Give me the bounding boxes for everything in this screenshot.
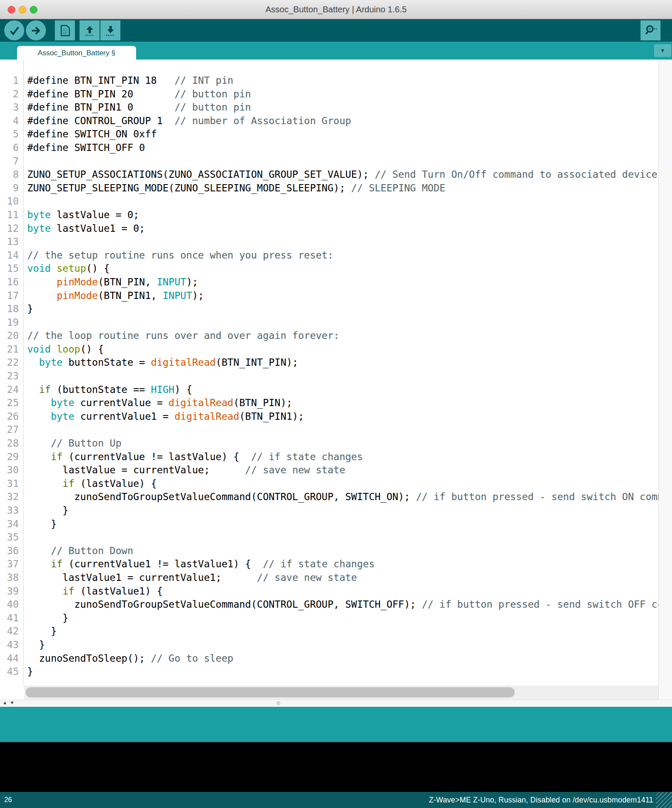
code-text: void setup() { <box>27 262 110 276</box>
code-line: 37 if (currentValue1 != lastValue1) { //… <box>0 558 658 571</box>
code-text: byte currentValue = digitalRead(BTN_PIN)… <box>27 396 292 410</box>
code-text: if (buttonState == HIGH) { <box>27 383 192 397</box>
scroll-arrow-buttons[interactable]: ▲▼ <box>3 700 17 705</box>
vertical-scrollbar[interactable] <box>658 60 672 700</box>
code-line: 20// the loop routine runs over and over… <box>0 329 658 343</box>
line-number: 40 <box>0 598 19 612</box>
line-number: 41 <box>0 612 19 625</box>
scroll-up-icon[interactable]: ▲ <box>3 700 10 705</box>
line-number: 43 <box>0 638 19 652</box>
line-number: 45 <box>0 665 19 679</box>
code-text: #define CONTROL_GROUP 1 // number of Ass… <box>27 114 351 128</box>
code-line: 36 // Button Down <box>0 544 658 558</box>
horizontal-scrollbar[interactable] <box>24 686 658 700</box>
code-text: ZUNO_SETUP_ASSOCIATIONS(ZUNO_ASSOCIATION… <box>27 168 658 182</box>
line-number: 20 <box>0 329 19 343</box>
code-text: } <box>27 625 57 638</box>
code-line: 2#define BTN_PIN 20 // button pin <box>0 88 658 101</box>
code-editor[interactable]: 1#define BTN_INT_PIN 18 // INT pin2#defi… <box>0 60 658 686</box>
code-text: } <box>27 504 68 518</box>
line-number: 15 <box>0 262 19 276</box>
line-number: 30 <box>0 464 19 477</box>
code-line: 1#define BTN_INT_PIN 18 // INT pin <box>0 74 658 88</box>
line-number: 12 <box>0 222 19 236</box>
code-line: 18} <box>0 302 658 316</box>
line-number: 13 <box>0 235 19 249</box>
code-text: } <box>27 665 33 679</box>
code-text: } <box>27 612 68 625</box>
code-text: // Button Down <box>27 544 133 558</box>
board-port-info: Z-Wave>ME Z-Uno, Russian, Disabled on /d… <box>429 792 653 808</box>
line-number: 9 <box>0 182 19 195</box>
code-text: if (lastValue) { <box>27 477 157 491</box>
code-text: byte currentValue1 = digitalRead(BTN_PIN… <box>27 410 304 424</box>
code-line: 8ZUNO_SETUP_ASSOCIATIONS(ZUNO_ASSOCIATIO… <box>0 168 658 182</box>
code-line: 26 byte currentValue1 = digitalRead(BTN_… <box>0 410 658 424</box>
line-number: 29 <box>0 450 19 464</box>
code-line: 39 if (lastValue1) { <box>0 585 658 598</box>
code-text: pinMode(BTN_PIN1, INPUT); <box>27 289 204 303</box>
code-line: 9ZUNO_SETUP_SLEEPING_MODE(ZUNO_SLEEPING_… <box>0 182 658 195</box>
tab-dropdown-button[interactable]: ▼ <box>654 44 671 57</box>
line-number: 35 <box>0 531 19 544</box>
code-line: 42 } <box>0 625 658 638</box>
code-text: #define BTN_PIN 20 // button pin <box>27 88 251 101</box>
horizontal-scrollbar-thumb[interactable] <box>26 687 515 697</box>
code-text: #define SWITCH_ON 0xff <box>27 128 157 141</box>
code-line: 38 lastValue1 = currentValue1; // save n… <box>0 571 658 585</box>
save-button[interactable] <box>100 20 120 40</box>
new-sketch-button[interactable] <box>55 20 75 40</box>
scroll-down-icon[interactable]: ▼ <box>10 700 17 705</box>
cursor-line-indicator: 26 <box>4 792 12 808</box>
line-number: 14 <box>0 249 19 262</box>
resize-grip-icon[interactable] <box>656 792 672 808</box>
line-number: 28 <box>0 437 19 450</box>
code-line: 6#define SWITCH_OFF 0 <box>0 141 658 155</box>
line-number: 7 <box>0 155 19 168</box>
open-button[interactable] <box>80 20 100 40</box>
code-line: 23 <box>0 370 658 383</box>
chevron-down-icon: ▼ <box>660 48 665 54</box>
code-line: 28 // Button Up <box>0 437 658 450</box>
splitter-handle-dot[interactable] <box>276 701 280 705</box>
line-number: 39 <box>0 585 19 598</box>
code-line: 13 <box>0 235 658 249</box>
code-line: 16 pinMode(BTN_PIN, INPUT); <box>0 276 658 289</box>
line-number: 16 <box>0 276 19 289</box>
tab-assoc-button-battery[interactable]: Assoc_Button_Battery § <box>17 46 136 60</box>
line-number: 17 <box>0 289 19 303</box>
serial-monitor-button[interactable] <box>641 20 661 40</box>
console-output <box>0 742 672 792</box>
line-number: 19 <box>0 316 19 330</box>
code-line: 41 } <box>0 612 658 625</box>
arduino-ide-window: Assoc_Button_Battery | Arduino 1.6.5 <box>0 0 672 808</box>
code-text: if (lastValue1) { <box>27 585 163 598</box>
code-lines: 1#define BTN_INT_PIN 18 // INT pin2#defi… <box>0 74 658 679</box>
verify-button[interactable] <box>4 20 24 40</box>
line-number: 21 <box>0 343 19 356</box>
line-number: 36 <box>0 544 19 558</box>
toolbar <box>0 19 672 42</box>
code-text: ZUNO_SETUP_SLEEPING_MODE(ZUNO_SLEEPING_M… <box>27 182 445 195</box>
line-number: 4 <box>0 114 19 128</box>
code-text: #define SWITCH_OFF 0 <box>27 141 145 155</box>
message-area <box>0 707 672 742</box>
arrow-down-icon <box>105 25 117 37</box>
upload-button[interactable] <box>26 20 46 40</box>
code-text: #define BTN_INT_PIN 18 // INT pin <box>27 74 233 88</box>
code-line: 3#define BTN_PIN1 0 // button pin <box>0 101 658 114</box>
code-line: 25 byte currentValue = digitalRead(BTN_P… <box>0 396 658 410</box>
code-text: } <box>27 518 57 531</box>
code-line: 7 <box>0 155 658 168</box>
line-number: 25 <box>0 396 19 410</box>
document-icon <box>60 25 71 37</box>
magnifier-icon <box>644 24 657 37</box>
line-number: 27 <box>0 423 19 437</box>
status-bar: 26 Z-Wave>ME Z-Uno, Russian, Disabled on… <box>0 792 672 808</box>
code-text: if (currentValue != lastValue) { // if s… <box>27 450 363 464</box>
code-line: 43 } <box>0 638 658 652</box>
line-number: 3 <box>0 101 19 114</box>
line-number: 22 <box>0 356 19 370</box>
code-line: 45} <box>0 665 658 679</box>
code-line: 4#define CONTROL_GROUP 1 // number of As… <box>0 114 658 128</box>
